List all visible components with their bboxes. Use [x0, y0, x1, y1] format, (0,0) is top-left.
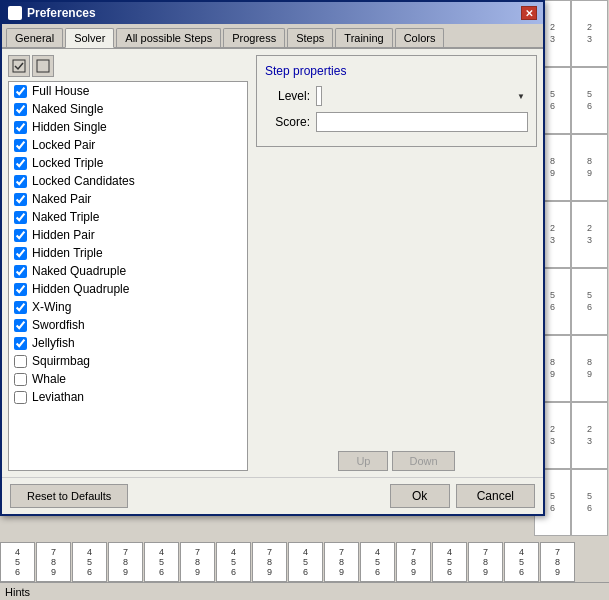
x-wing-label: X-Wing	[32, 300, 71, 314]
bottom-cell: 789	[180, 542, 215, 582]
naked-pair-checkbox[interactable]	[14, 193, 27, 206]
naked-triple-checkbox[interactable]	[14, 211, 27, 224]
list-item[interactable]: Hidden Triple	[9, 244, 247, 262]
bg-cell: 23	[571, 0, 608, 67]
bg-cell: 56	[571, 469, 608, 536]
level-select[interactable]	[316, 86, 322, 106]
list-item[interactable]: Locked Pair	[9, 136, 247, 154]
swordfish-checkbox[interactable]	[14, 319, 27, 332]
tab-training[interactable]: Training	[335, 28, 392, 47]
level-select-wrapper	[316, 86, 528, 106]
score-row: Score:	[265, 112, 528, 132]
right-panel: Step properties Level: Score: Up	[256, 55, 537, 471]
x-wing-checkbox[interactable]	[14, 301, 27, 314]
list-item[interactable]: Locked Triple	[9, 154, 247, 172]
locked-triple-label: Locked Triple	[32, 156, 103, 170]
bg-cell: 23	[571, 402, 608, 469]
list-item[interactable]: Squirmbag	[9, 352, 247, 370]
bg-cell: 89	[571, 134, 608, 201]
bottom-cell: 456	[216, 542, 251, 582]
full-house-label: Full House	[32, 84, 89, 98]
list-item[interactable]: Naked Pair	[9, 190, 247, 208]
bg-cell: 56	[571, 268, 608, 335]
cancel-button[interactable]: Cancel	[456, 484, 535, 508]
bottom-cell: 789	[36, 542, 71, 582]
list-item[interactable]: Jellyfish	[9, 334, 247, 352]
bottom-cell: 456	[360, 542, 395, 582]
tab-bar: General Solver All possible Steps Progre…	[2, 24, 543, 49]
jellyfish-label: Jellyfish	[32, 336, 75, 350]
close-button[interactable]: ✕	[521, 6, 537, 20]
list-item[interactable]: Full House	[9, 82, 247, 100]
locked-triple-checkbox[interactable]	[14, 157, 27, 170]
list-item[interactable]: X-Wing	[9, 298, 247, 316]
hidden-pair-checkbox[interactable]	[14, 229, 27, 242]
score-label: Score:	[265, 115, 310, 129]
full-house-checkbox[interactable]	[14, 85, 27, 98]
tab-all-possible-steps[interactable]: All possible Steps	[116, 28, 221, 47]
bg-cell: 56	[571, 67, 608, 134]
jellyfish-checkbox[interactable]	[14, 337, 27, 350]
solver-steps-list[interactable]: Full House Naked Single Hidden Single Lo…	[8, 81, 248, 471]
solver-list-panel: Full House Naked Single Hidden Single Lo…	[8, 55, 248, 471]
bottom-cell: 789	[540, 542, 575, 582]
hidden-quadruple-label: Hidden Quadruple	[32, 282, 129, 296]
hidden-quadruple-checkbox[interactable]	[14, 283, 27, 296]
dialog-content: Full House Naked Single Hidden Single Lo…	[2, 49, 543, 477]
naked-single-label: Naked Single	[32, 102, 103, 116]
locked-candidates-checkbox[interactable]	[14, 175, 27, 188]
tab-steps[interactable]: Steps	[287, 28, 333, 47]
step-properties-panel: Step properties Level: Score:	[256, 55, 537, 147]
whale-checkbox[interactable]	[14, 373, 27, 386]
action-buttons: Up Down	[256, 451, 537, 471]
bottom-cell: 789	[468, 542, 503, 582]
naked-single-checkbox[interactable]	[14, 103, 27, 116]
bottom-cell: 456	[144, 542, 179, 582]
naked-pair-label: Naked Pair	[32, 192, 91, 206]
step-properties-title: Step properties	[265, 64, 528, 78]
squirmbag-checkbox[interactable]	[14, 355, 27, 368]
list-item[interactable]: Naked Quadruple	[9, 262, 247, 280]
list-item[interactable]: Naked Single	[9, 100, 247, 118]
tab-general[interactable]: General	[6, 28, 63, 47]
bottom-cell: 456	[72, 542, 107, 582]
list-uncheck-all-button[interactable]	[32, 55, 54, 77]
locked-pair-checkbox[interactable]	[14, 139, 27, 152]
tab-progress[interactable]: Progress	[223, 28, 285, 47]
reset-defaults-button[interactable]: Reset to Defaults	[10, 484, 128, 508]
bottom-cell: 789	[108, 542, 143, 582]
list-toolbar	[8, 55, 248, 77]
bottom-cell: 456	[0, 542, 35, 582]
hidden-triple-label: Hidden Triple	[32, 246, 103, 260]
locked-candidates-label: Locked Candidates	[32, 174, 135, 188]
svg-rect-1	[37, 60, 49, 72]
up-button[interactable]: Up	[338, 451, 388, 471]
hidden-single-checkbox[interactable]	[14, 121, 27, 134]
preferences-dialog: ⚙ Preferences ✕ General Solver All possi…	[0, 0, 545, 516]
naked-quadruple-checkbox[interactable]	[14, 265, 27, 278]
list-item[interactable]: Swordfish	[9, 316, 247, 334]
bg-cell: 23	[571, 201, 608, 268]
list-item[interactable]: Hidden Single	[9, 118, 247, 136]
list-item[interactable]: Locked Candidates	[9, 172, 247, 190]
bottom-cell: 456	[288, 542, 323, 582]
list-item[interactable]: Hidden Pair	[9, 226, 247, 244]
list-item[interactable]: Naked Triple	[9, 208, 247, 226]
list-item[interactable]: Whale	[9, 370, 247, 388]
leviathan-checkbox[interactable]	[14, 391, 27, 404]
hidden-pair-label: Hidden Pair	[32, 228, 95, 242]
list-item[interactable]: Leviathan	[9, 388, 247, 406]
level-label: Level:	[265, 89, 310, 103]
leviathan-label: Leviathan	[32, 390, 84, 404]
ok-button[interactable]: Ok	[390, 484, 450, 508]
tab-solver[interactable]: Solver	[65, 28, 114, 48]
tab-colors[interactable]: Colors	[395, 28, 445, 47]
down-button[interactable]: Down	[392, 451, 454, 471]
preferences-icon: ⚙	[8, 6, 22, 20]
list-check-all-button[interactable]	[8, 55, 30, 77]
score-input[interactable]	[316, 112, 528, 132]
bottom-number-strip: 456 789 456 789 456 789 456 789 456 789 …	[0, 542, 609, 582]
bg-numbers-panel: 23 56 89 23 56 89 23 56 23 56 89 23 56 8…	[534, 0, 609, 535]
list-item[interactable]: Hidden Quadruple	[9, 280, 247, 298]
hidden-triple-checkbox[interactable]	[14, 247, 27, 260]
